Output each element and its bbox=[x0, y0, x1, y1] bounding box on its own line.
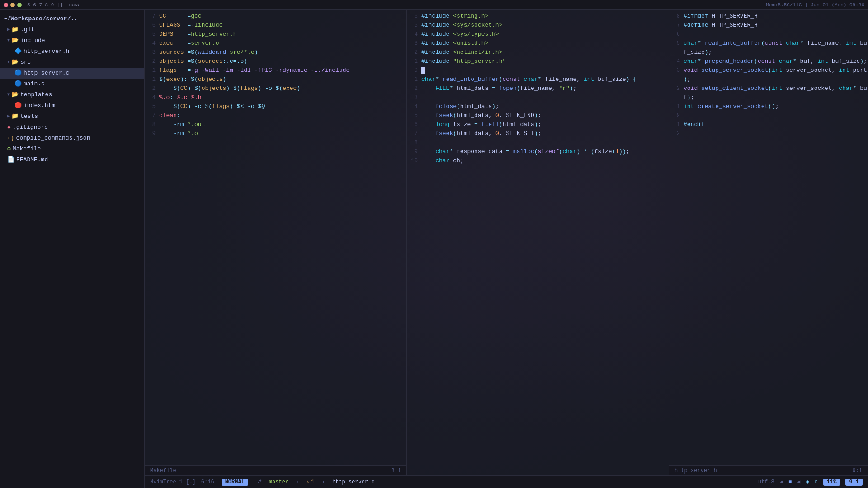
file-c-icon: 🔵 bbox=[14, 69, 22, 78]
code-line: 6 CFLAGS =-Iinclude bbox=[145, 21, 406, 30]
sidebar-item-index-html[interactable]: 🔴 index.html bbox=[0, 100, 144, 111]
sidebar-item-include[interactable]: ▼ 📂 include bbox=[0, 35, 144, 46]
status-arrow2: › bbox=[322, 479, 325, 485]
makefile-statusbar: Makefile 8:1 bbox=[145, 465, 406, 475]
file-make-icon: ⚙ bbox=[7, 145, 11, 154]
sidebar-item-gitignore[interactable]: ◆ .gitignore bbox=[0, 122, 144, 133]
makefile-pane[interactable]: 7 CC =gcc 6 CFLAGS =-Iinclude 5 DEPS =ht… bbox=[145, 10, 407, 475]
code-line: 4 char* prepend_header(const char* buf, … bbox=[669, 57, 868, 66]
titlebar-title: 5 6 7 8 9 []= cava bbox=[27, 2, 81, 8]
code-line: f); bbox=[669, 93, 868, 102]
tree-root: ~/Workspace/server/.. bbox=[0, 14, 144, 24]
cursor-pos: 6:16 bbox=[201, 479, 214, 485]
code-line: ); bbox=[669, 75, 868, 84]
encoding: utf-8 bbox=[758, 479, 774, 485]
code-line: 7 fseek(html_data, 0, SEEK_SET); bbox=[407, 129, 669, 138]
chevron-right-icon: ▶ bbox=[7, 25, 10, 34]
http-server-h-statusbar: http_server.h 9:1 bbox=[669, 465, 868, 475]
code-line: 4 %.o: %.c %.h bbox=[145, 93, 406, 102]
home-icon: ~/Workspace/server/.. bbox=[4, 14, 78, 23]
code-line: 5 #include <sys/socket.h> bbox=[407, 21, 669, 30]
code-line: 7 #define HTTP_SERVER_H bbox=[669, 21, 868, 30]
status-left: NvimTree_1 [-] 6:16 bbox=[150, 479, 214, 485]
code-line: 3 sources =$(wildcard src/*.c) bbox=[145, 48, 406, 57]
http-server-c-pane[interactable]: 6 #include <string.h> 5 #include <sys/so… bbox=[407, 10, 669, 475]
main-layout: 5 6 7 8 9 []= cava Mem:5.5G/11G | Jan 01… bbox=[0, 0, 868, 488]
code-line: 1 $(exec): $(objects) bbox=[145, 75, 406, 84]
code-line: 1 #endif bbox=[669, 120, 868, 129]
folder-open-icon: 📂 bbox=[11, 58, 19, 67]
http-server-c-label: http_server.c bbox=[24, 69, 69, 78]
code-line: 2 bbox=[669, 129, 868, 138]
code-line: 9 bbox=[669, 111, 868, 120]
sidebar-item-compile-commands[interactable]: {} compile_commands.json bbox=[0, 133, 144, 144]
http-server-c-code[interactable]: 6 #include <string.h> 5 #include <sys/so… bbox=[407, 10, 669, 475]
active-filename: http_server.c bbox=[332, 479, 375, 485]
readme-label: README.md bbox=[16, 155, 48, 164]
folder-open-icon: 📂 bbox=[11, 90, 19, 99]
gitignore-label: .gitignore bbox=[13, 123, 48, 132]
filetype-circle: ◉ bbox=[806, 479, 809, 485]
filetype: c bbox=[815, 479, 818, 485]
makefile-cursor: 8:1 bbox=[391, 468, 401, 474]
close-dot[interactable] bbox=[4, 3, 8, 7]
code-line: 2 void setup_client_socket(int server_so… bbox=[669, 84, 868, 93]
sidebar-item-makefile[interactable]: ⚙ Makefile bbox=[0, 144, 144, 155]
file-c-icon: 🔵 bbox=[14, 80, 22, 89]
code-line: 2 objects =$(sources:.c=.o) bbox=[145, 57, 406, 66]
code-line: 9 bbox=[407, 66, 669, 75]
http-server-h-filename: http_server.h bbox=[675, 468, 717, 474]
code-line: 5 fseek(html_data, 0, SEEK_END); bbox=[407, 111, 669, 120]
code-line: 3 bbox=[407, 93, 669, 102]
titlebar-mem: Mem:5.5G/11G | Jan 01 (Mon) 08:36 bbox=[766, 2, 864, 8]
folder-icon: 📁 bbox=[11, 25, 19, 34]
sidebar-item-git[interactable]: ▶ 📁 .git bbox=[0, 24, 144, 35]
titlebar: 5 6 7 8 9 []= cava Mem:5.5G/11G | Jan 01… bbox=[0, 0, 868, 10]
http-server-h-code[interactable]: 8 #ifndef HTTP_SERVER_H 7 #define HTTP_S… bbox=[669, 10, 868, 465]
code-line: 9 char* response_data = malloc(sizeof(ch… bbox=[407, 147, 669, 156]
code-line: 5 char* read_into_buffer(const char* fil… bbox=[669, 39, 868, 48]
main-c-label: main.c bbox=[24, 80, 45, 89]
code-line: 8 -rm *.out bbox=[145, 120, 406, 129]
sidebar-item-tests[interactable]: ▶ 📁 tests bbox=[0, 111, 144, 122]
code-line: 6 bbox=[669, 30, 868, 39]
templates-label: templates bbox=[20, 90, 52, 99]
code-line: 1 int create_server_socket(); bbox=[669, 102, 868, 111]
sidebar-item-http-server-c[interactable]: 🔵 http_server.c bbox=[0, 68, 144, 79]
compile-commands-label: compile_commands.json bbox=[16, 134, 90, 143]
status-right: utf-8 ◀ ■ ◀ ◉ c 11% 9:1 bbox=[758, 479, 863, 486]
http-server-h-cursor: 9:1 bbox=[852, 468, 862, 474]
sidebar-item-http-server-h[interactable]: 🔷 http_server.h bbox=[0, 46, 144, 57]
code-line: 2 #include <netinet/in.h> bbox=[407, 48, 669, 57]
mode-badge: NORMAL bbox=[222, 479, 248, 486]
chevron-down-icon: ▼ bbox=[7, 36, 10, 45]
branch-name: master bbox=[269, 479, 288, 485]
position-badge: 9:1 bbox=[845, 479, 863, 486]
branch-separator: ⎇ bbox=[255, 479, 262, 485]
warning-count: 1 bbox=[311, 479, 315, 485]
folder-open-icon: 📂 bbox=[11, 36, 19, 45]
maximize-dot[interactable] bbox=[17, 3, 22, 7]
code-line: 1 #include "http_server.h" bbox=[407, 57, 669, 66]
makefile-code[interactable]: 7 CC =gcc 6 CFLAGS =-Iinclude 5 DEPS =ht… bbox=[145, 10, 406, 465]
branch-info: master bbox=[269, 479, 288, 485]
sidebar-item-readme[interactable]: 📄 README.md bbox=[0, 155, 144, 165]
file-json-icon: {} bbox=[7, 134, 14, 143]
code-line: 9 -rm *.o bbox=[145, 129, 406, 138]
sidebar-item-main-c[interactable]: 🔵 main.c bbox=[0, 79, 144, 89]
index-html-label: index.html bbox=[24, 101, 59, 110]
os-icon: ■ bbox=[788, 479, 792, 485]
code-line: 8 bbox=[407, 138, 669, 147]
http-server-h-pane[interactable]: 8 #ifndef HTTP_SERVER_H 7 #define HTTP_S… bbox=[669, 10, 868, 475]
git-label: .git bbox=[20, 25, 34, 34]
sidebar-item-src[interactable]: ▼ 📂 src bbox=[0, 57, 144, 68]
minimize-dot[interactable] bbox=[10, 3, 15, 7]
file-tree[interactable]: ~/Workspace/server/.. ▶ 📁 .git ▼ 📂 inclu… bbox=[0, 10, 145, 488]
statusbar: NvimTree_1 [-] 6:16 NORMAL ⎇ master › ⚠ … bbox=[145, 475, 868, 488]
sidebar-item-templates[interactable]: ▼ 📂 templates bbox=[0, 89, 144, 100]
window-controls bbox=[4, 3, 22, 7]
editor-area: 7 CC =gcc 6 CFLAGS =-Iinclude 5 DEPS =ht… bbox=[145, 10, 868, 488]
code-line: 5 $(CC) -c $(flags) $< -o $@ bbox=[145, 102, 406, 111]
warning-icon: ⚠ bbox=[306, 479, 309, 485]
code-line: 7 clean: bbox=[145, 111, 406, 120]
